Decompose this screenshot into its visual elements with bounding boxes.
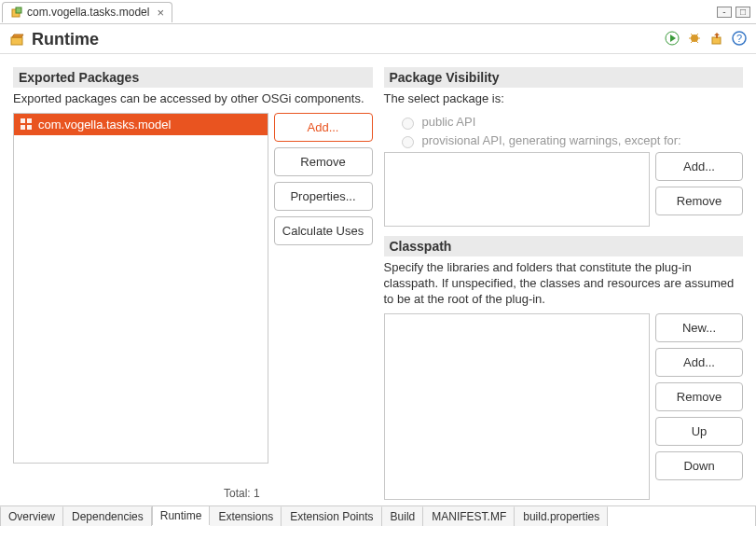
classpath-down-button[interactable]: Down	[655, 451, 743, 480]
minimize-button[interactable]: ‐	[717, 7, 732, 18]
plugin-icon	[10, 6, 23, 19]
svg-rect-17	[27, 125, 32, 130]
svg-line-9	[691, 41, 693, 43]
classpath-add-button[interactable]: Add...	[655, 348, 743, 377]
editor-tab-label: com.vogella.tasks.model	[27, 6, 149, 19]
svg-rect-15	[27, 118, 32, 123]
editor-toolbar: ?	[665, 31, 747, 48]
classpath-desc: Specify the libraries and folders that c…	[384, 256, 744, 313]
list-item-label: com.vogella.tasks.model	[38, 118, 171, 132]
window-controls: ‐ □	[717, 7, 750, 18]
export-icon[interactable]	[709, 31, 724, 48]
classpath-remove-button[interactable]: Remove	[655, 382, 743, 411]
svg-rect-2	[11, 37, 22, 45]
tab-manifest[interactable]: MANIFEST.MF	[423, 506, 515, 526]
svg-point-4	[691, 35, 698, 42]
package-visibility-title: Package Visibility	[384, 67, 744, 88]
exported-total: Total: 1	[13, 483, 373, 500]
svg-line-7	[691, 34, 693, 35]
exported-packages-desc: Exported packages can be accessed by oth…	[13, 88, 373, 113]
svg-line-8	[696, 34, 698, 35]
exported-packages-title: Exported Packages	[13, 67, 373, 88]
classpath-new-button[interactable]: New...	[655, 313, 743, 342]
visibility-remove-button[interactable]: Remove	[655, 187, 743, 215]
tab-build[interactable]: Build	[382, 506, 424, 526]
maximize-button[interactable]: □	[735, 7, 750, 18]
list-item[interactable]: com.vogella.tasks.model	[14, 114, 268, 135]
svg-rect-16	[21, 125, 25, 130]
calculate-uses-button[interactable]: Calculate Uses	[274, 216, 373, 245]
runtime-icon	[9, 32, 26, 48]
page-title: Runtime	[9, 30, 99, 49]
remove-button[interactable]: Remove	[274, 147, 373, 176]
svg-rect-14	[21, 118, 25, 123]
tab-overview[interactable]: Overview	[0, 506, 63, 526]
close-icon[interactable]: ×	[157, 6, 164, 20]
package-icon	[20, 118, 33, 131]
tab-dependencies[interactable]: Dependencies	[63, 506, 152, 526]
classpath-title: Classpath	[384, 236, 744, 256]
exported-packages-list[interactable]: com.vogella.tasks.model	[13, 113, 268, 464]
svg-line-10	[696, 41, 698, 43]
visibility-add-button[interactable]: Add...	[655, 152, 743, 181]
tab-extensions[interactable]: Extensions	[210, 506, 282, 526]
footer-tabs: Overview Dependencies Runtime Extensions…	[0, 505, 756, 526]
run-icon[interactable]	[665, 31, 680, 48]
visibility-exceptions-list[interactable]	[384, 152, 651, 227]
classpath-list[interactable]	[384, 313, 651, 500]
tab-extension-points[interactable]: Extension Points	[282, 506, 381, 526]
classpath-up-button[interactable]: Up	[655, 417, 743, 446]
help-icon[interactable]: ?	[732, 31, 747, 48]
add-button[interactable]: Add...	[274, 113, 373, 142]
radio-provisional-api[interactable]: provisional API, generating warnings, ex…	[397, 132, 744, 150]
radio-public-api-input[interactable]	[402, 118, 414, 130]
editor-tab[interactable]: com.vogella.tasks.model ×	[2, 2, 172, 22]
tab-runtime[interactable]: Runtime	[152, 505, 211, 525]
properties-button[interactable]: Properties...	[274, 182, 373, 211]
radio-public-api[interactable]: public API	[397, 113, 744, 132]
tab-build-properties[interactable]: build.properties	[515, 506, 608, 526]
svg-rect-11	[712, 37, 721, 44]
svg-text:?: ?	[736, 33, 742, 44]
package-visibility-desc: The select package is:	[384, 88, 744, 113]
radio-provisional-api-input[interactable]	[402, 136, 414, 148]
debug-icon[interactable]	[687, 31, 702, 48]
svg-rect-1	[16, 7, 21, 13]
